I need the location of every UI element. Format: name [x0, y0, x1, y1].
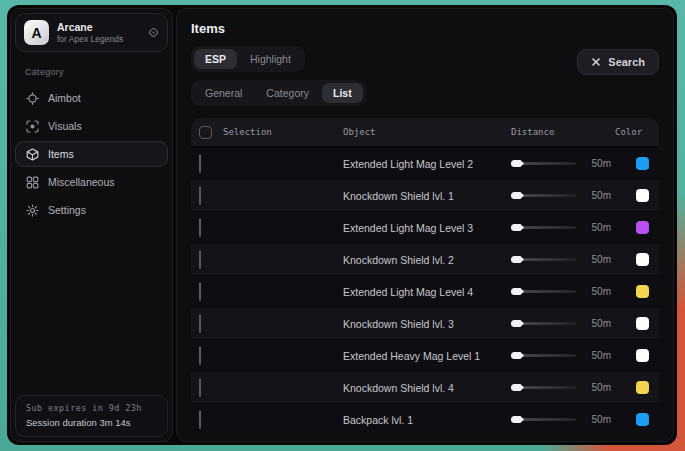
page-title: Items	[191, 21, 659, 36]
color-swatch[interactable]	[636, 157, 649, 170]
search-shortcut-icon	[591, 57, 601, 67]
distance-slider[interactable]	[511, 226, 576, 229]
row-checkbox[interactable]	[199, 250, 201, 269]
object-name: Extended Light Mag Level 4	[343, 286, 511, 298]
object-name: Knockdown Shield lvl. 1	[343, 190, 511, 202]
sidebar-item-label: Visuals	[48, 120, 82, 132]
object-name: Extended Light Mag Level 2	[343, 158, 511, 170]
row-checkbox[interactable]	[199, 186, 201, 205]
table-row: Extended Light Mag Level 4 50m	[191, 275, 659, 307]
color-swatch[interactable]	[636, 189, 649, 202]
distance-value: 50m	[585, 222, 611, 233]
table-row: Extended Light Mag Level 2 50m	[191, 147, 659, 179]
gear-icon	[26, 204, 39, 217]
slider-thumb[interactable]	[511, 384, 524, 391]
color-swatch[interactable]	[636, 253, 649, 266]
sidebar: A Arcane for Apex Legends Category Aimbo…	[10, 8, 173, 442]
crosshair-icon	[26, 92, 39, 105]
sidebar-item-aimbot[interactable]: Aimbot	[15, 85, 168, 111]
color-swatch[interactable]	[636, 381, 649, 394]
slider-thumb[interactable]	[511, 416, 524, 423]
col-object: Object	[343, 127, 511, 137]
slider-thumb[interactable]	[511, 192, 524, 199]
distance-slider[interactable]	[511, 194, 576, 197]
account-card[interactable]: A Arcane for Apex Legends	[15, 13, 168, 52]
sidebar-item-label: Items	[48, 148, 74, 160]
grid-icon	[26, 176, 39, 189]
app-subtitle: for Apex Legends	[57, 34, 123, 45]
distance-value: 50m	[585, 382, 611, 393]
sidebar-item-visuals[interactable]: Visuals	[15, 113, 168, 139]
mode-tabs: ESP Highlight	[191, 46, 305, 72]
color-swatch[interactable]	[636, 413, 649, 426]
scan-eye-icon	[26, 120, 39, 133]
object-name: Knockdown Shield lvl. 4	[343, 382, 511, 394]
slider-thumb[interactable]	[511, 288, 524, 295]
sidebar-item-miscellaneous[interactable]: Miscellaneous	[15, 169, 168, 195]
row-checkbox[interactable]	[199, 314, 201, 333]
session-duration-text: Session duration 3m 14s	[26, 417, 157, 428]
main-panel: Items ESP Highlight General Category	[176, 8, 674, 442]
slider-thumb[interactable]	[511, 352, 524, 359]
tab-label: Highlight	[250, 53, 291, 65]
row-checkbox[interactable]	[199, 282, 201, 301]
distance-value: 50m	[585, 254, 611, 265]
distance-slider[interactable]	[511, 386, 576, 389]
tab-label: General	[205, 87, 242, 99]
col-selection: Selection	[223, 127, 272, 137]
table-row: Knockdown Shield lvl. 2 50m	[191, 243, 659, 275]
tab-label: Category	[266, 87, 309, 99]
object-name: Extended Heavy Mag Level 1	[343, 350, 511, 362]
row-checkbox[interactable]	[199, 218, 201, 237]
distance-value: 50m	[585, 414, 611, 425]
subscription-box: Sub expires in 9d 23h Session duration 3…	[15, 395, 168, 437]
object-name: Knockdown Shield lvl. 3	[343, 318, 511, 330]
row-checkbox[interactable]	[199, 410, 201, 429]
distance-value: 50m	[585, 190, 611, 201]
color-swatch[interactable]	[636, 285, 649, 298]
distance-slider[interactable]	[511, 322, 576, 325]
sidebar-item-items[interactable]: Items	[15, 141, 168, 167]
table-row: Knockdown Shield lvl. 3 50m	[191, 307, 659, 339]
color-swatch[interactable]	[636, 221, 649, 234]
distance-slider[interactable]	[511, 162, 576, 165]
distance-slider[interactable]	[511, 290, 576, 293]
tab-esp[interactable]: ESP	[194, 49, 237, 69]
col-color: Color	[615, 127, 649, 137]
distance-slider[interactable]	[511, 258, 576, 261]
sidebar-item-label: Settings	[48, 204, 86, 216]
color-swatch[interactable]	[636, 317, 649, 330]
distance-slider[interactable]	[511, 418, 576, 421]
row-checkbox[interactable]	[199, 378, 201, 397]
distance-slider[interactable]	[511, 354, 576, 357]
col-distance: Distance	[511, 127, 615, 137]
tab-category[interactable]: Category	[255, 83, 320, 103]
object-name: Backpack lvl. 1	[343, 414, 511, 426]
tab-list[interactable]: List	[322, 83, 363, 103]
pin-icon[interactable]	[148, 27, 159, 38]
app-logo: A	[24, 20, 49, 45]
tab-label: List	[333, 87, 352, 99]
sub-expiry-text: Sub expires in 9d 23h	[26, 403, 157, 413]
sidebar-nav: Aimbot Visuals Items Miscellaneous	[15, 85, 168, 223]
row-checkbox[interactable]	[199, 154, 201, 173]
slider-thumb[interactable]	[511, 320, 524, 327]
tab-general[interactable]: General	[194, 83, 253, 103]
sidebar-section-label: Category	[25, 67, 172, 77]
distance-value: 50m	[585, 350, 611, 361]
distance-value: 50m	[585, 286, 611, 297]
slider-thumb[interactable]	[511, 224, 524, 231]
object-name: Extended Light Mag Level 3	[343, 222, 511, 234]
cube-icon	[26, 148, 39, 161]
row-checkbox[interactable]	[199, 346, 201, 365]
sidebar-item-settings[interactable]: Settings	[15, 197, 168, 223]
tab-highlight[interactable]: Highlight	[239, 49, 302, 69]
search-button[interactable]: Search	[577, 49, 659, 75]
table-row: Knockdown Shield lvl. 1 50m	[191, 179, 659, 211]
tab-label: ESP	[205, 53, 226, 65]
slider-thumb[interactable]	[511, 160, 524, 167]
table-row: Knockdown Shield lvl. 4 50m	[191, 371, 659, 403]
slider-thumb[interactable]	[511, 256, 524, 263]
select-all-checkbox[interactable]	[199, 126, 212, 139]
color-swatch[interactable]	[636, 349, 649, 362]
